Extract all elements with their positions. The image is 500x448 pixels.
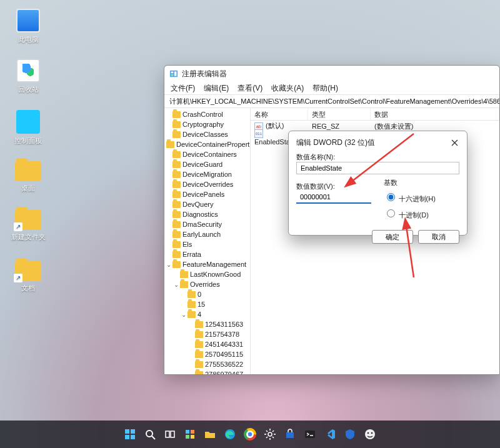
dialog-close-button[interactable] <box>449 137 459 147</box>
list-header: 名称 类型 数据 <box>251 108 499 121</box>
folder-icon <box>172 211 181 218</box>
tree-node-label: 2570495115 <box>205 351 243 358</box>
desktop-icon-folder-3[interactable]: 文档 <box>6 261 50 293</box>
expand-icon[interactable]: ⌄ <box>181 311 187 318</box>
tree-node[interactable]: 2755536522 <box>164 359 250 369</box>
tree-node[interactable]: 2451464331 <box>164 339 250 349</box>
tree-node[interactable]: DeviceContainerPropertyUpda <box>164 139 250 149</box>
radio-dec-input[interactable] <box>387 209 395 217</box>
tree-node[interactable]: Errata <box>164 249 250 259</box>
menu-edit[interactable]: 编辑(E) <box>204 83 229 94</box>
expand-icon[interactable]: ⌄ <box>166 261 172 268</box>
registry-tree[interactable]: CrashControlCryptographyDeviceClassesDev… <box>164 108 251 374</box>
tree-node[interactable]: 15 <box>164 299 250 309</box>
value-name-field[interactable] <box>296 162 459 174</box>
tree-node[interactable]: DmaSecurity <box>164 219 250 229</box>
desktop-icon-label: 回收站 <box>6 85 50 94</box>
tree-node[interactable]: Els <box>164 239 250 249</box>
tree-node[interactable]: DeviceClasses <box>164 129 250 139</box>
desktop-icon-control-panel[interactable]: 控制面板 <box>6 110 50 146</box>
taskbar-edge-button[interactable] <box>222 426 238 442</box>
folder-icon <box>195 351 203 358</box>
expand-icon[interactable]: ⌄ <box>173 281 179 288</box>
desktop-icon-this-pc[interactable]: 此电脑 <box>6 9 50 44</box>
taskbar-chrome-button[interactable] <box>242 426 258 442</box>
svg-rect-12 <box>166 431 169 437</box>
desktop-icon-folder-2[interactable]: 新建文件夹 <box>6 210 50 242</box>
tree-node[interactable]: DeviceOverrides <box>164 179 250 189</box>
taskbar-terminal-button[interactable] <box>302 426 318 442</box>
tree-node[interactable]: ⌄4 <box>164 309 250 319</box>
tree-node-label: 15 <box>198 301 205 308</box>
tree-node-label: DeviceMigration <box>182 171 232 178</box>
svg-rect-7 <box>131 429 135 434</box>
svg-rect-16 <box>186 435 189 439</box>
tree-node[interactable]: CrashControl <box>164 109 250 119</box>
svg-line-29 <box>266 431 268 432</box>
tree-node-label: 0 <box>198 291 201 298</box>
taskbar-start-button[interactable] <box>122 426 138 442</box>
tree-node[interactable]: 0 <box>164 289 250 299</box>
edit-dword-dialog[interactable]: 编辑 DWORD (32 位)值 数值名称(N): 数值数据(V): 基数 十六… <box>288 131 468 236</box>
control-panel-icon <box>16 110 40 134</box>
desktop-icon-recycle-bin[interactable]: 回收站 <box>6 59 50 94</box>
taskbar-store-button[interactable] <box>282 426 298 442</box>
ok-button[interactable]: 确定 <box>372 230 413 244</box>
menu-view[interactable]: 查看(V) <box>238 83 262 94</box>
menu-help[interactable]: 帮助(H) <box>312 83 338 94</box>
folder-icon <box>172 241 181 248</box>
svg-point-36 <box>371 432 373 434</box>
desktop-icon-folder-1[interactable]: 桌面 <box>6 161 50 193</box>
col-type[interactable]: 类型 <box>308 108 371 120</box>
menu-file[interactable]: 文件(F) <box>171 83 195 94</box>
folder-icon <box>166 141 174 148</box>
radio-hex[interactable]: 十六进制(H) <box>384 191 460 204</box>
tree-node-label: Errata <box>182 251 201 258</box>
tree-node-label: DeviceContainerPropertyUpda <box>176 141 251 148</box>
tree-node[interactable]: ⌄Overrides <box>164 279 250 289</box>
regedit-icon <box>169 69 178 78</box>
tree-node[interactable]: EarlyLaunch <box>164 229 250 239</box>
tree-node-label: DevicePanels <box>182 191 224 198</box>
tree-node[interactable]: 1254311563 <box>164 319 250 329</box>
tree-node[interactable]: LastKnownGood <box>164 269 250 279</box>
tree-node[interactable]: DevQuery <box>164 199 250 209</box>
tree-node[interactable]: Cryptography <box>164 119 250 129</box>
tree-node[interactable]: Diagnostics <box>164 209 250 219</box>
tree-node[interactable]: DeviceContainers <box>164 149 250 159</box>
menu-favorites[interactable]: 收藏夹(A) <box>271 83 304 94</box>
taskbar-vscode-button[interactable] <box>322 426 338 442</box>
taskbar-app-button[interactable] <box>362 426 378 442</box>
svg-rect-3 <box>174 72 177 76</box>
svg-point-24 <box>268 432 272 436</box>
tree-node[interactable]: 215754378 <box>164 329 250 339</box>
tree-node-label: Overrides <box>190 281 220 288</box>
radio-dec[interactable]: 十进制(D) <box>384 207 460 220</box>
taskbar-taskview-button[interactable] <box>162 426 178 442</box>
folder-icon <box>195 341 203 348</box>
tree-node[interactable]: 2786979467 <box>164 369 250 374</box>
value-data-field[interactable] <box>296 191 371 204</box>
svg-rect-2 <box>171 74 174 76</box>
col-name[interactable]: 名称 <box>251 108 308 120</box>
window-titlebar[interactable]: 注册表编辑器 <box>164 66 499 82</box>
radio-hex-input[interactable] <box>387 193 395 201</box>
taskbar[interactable] <box>0 421 500 448</box>
taskbar-widgets-button[interactable] <box>182 426 198 442</box>
tree-node[interactable]: DeviceGuard <box>164 159 250 169</box>
taskbar-security-button[interactable] <box>342 426 358 442</box>
tree-node[interactable]: 2570495115 <box>164 349 250 359</box>
tree-node[interactable]: ⌄FeatureManagement <box>164 259 250 269</box>
tree-node[interactable]: DeviceMigration <box>164 169 250 179</box>
taskbar-explorer-button[interactable] <box>202 426 218 442</box>
col-data[interactable]: 数据 <box>371 108 499 120</box>
tree-node-label: LastKnownGood <box>190 271 241 278</box>
tree-node[interactable]: DevicePanels <box>164 189 250 199</box>
value-data: (数值未设置) <box>371 122 499 131</box>
cancel-button[interactable]: 取消 <box>418 230 459 244</box>
taskbar-search-button[interactable] <box>142 426 158 442</box>
folder-icon <box>195 361 203 368</box>
taskbar-settings-button[interactable] <box>262 426 278 442</box>
folder-icon <box>188 291 196 298</box>
address-bar[interactable]: 计算机\HKEY_LOCAL_MACHINE\SYSTEM\CurrentCon… <box>164 94 499 108</box>
